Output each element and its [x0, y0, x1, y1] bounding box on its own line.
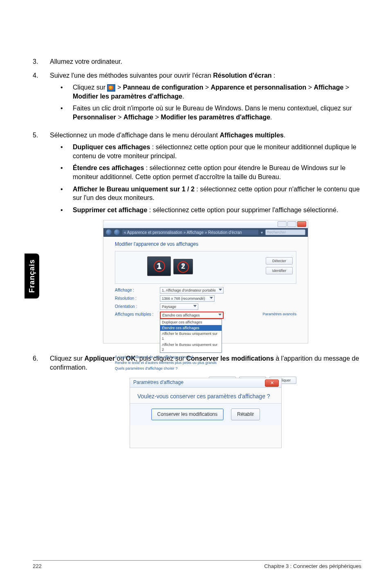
resolution-window-screenshot: « Apparence et personnalisation » Affich…: [103, 220, 308, 343]
dropdown-option[interactable]: Afficher le Bureau uniquement sur 2: [160, 342, 222, 352]
sub-body: Faites un clic droit n'importe où sur le…: [73, 104, 361, 121]
dropdown-option[interactable]: Dupliquer ces affichages: [160, 319, 222, 325]
window-minimize-button[interactable]: [278, 221, 287, 227]
page-footer: 222 Chapitre 3 : Connecter des périphéri…: [33, 560, 361, 569]
select-resolution[interactable]: 1366 x 768 (recommandé): [160, 295, 215, 302]
dialog-title: Paramètres d'affichage: [133, 379, 184, 386]
bullet-icon: •: [61, 83, 73, 101]
select-orientation[interactable]: Paysage: [160, 303, 198, 310]
search-input[interactable]: Rechercher: [265, 229, 305, 235]
step-number: 6.: [33, 354, 50, 453]
select-multiple-displays[interactable]: Étendre ces affichages: [160, 312, 224, 319]
label-display: Affichage :: [115, 287, 160, 293]
step-number: 4.: [33, 71, 50, 126]
step-body: Suivez l'une des méthodes suivantes pour…: [50, 72, 276, 79]
link-readability[interactable]: Rendre le texte et d'autres éléments plu…: [115, 360, 296, 365]
step-number: 3.: [33, 57, 50, 66]
link-which-settings[interactable]: Quels paramètres d'affichage choisir ?: [115, 366, 296, 371]
bullet-icon: •: [61, 206, 73, 215]
step-number: 5.: [33, 131, 50, 350]
select-display[interactable]: 1. Affichage d'ordinateur portable: [160, 287, 224, 294]
sub-body: Étendre ces affichages : sélectionnez ce…: [73, 164, 361, 181]
callout-2: 2: [177, 261, 189, 273]
dialog-message: Voulez-vous conserver ces paramètres d'a…: [130, 388, 281, 404]
chapter-title: Chapitre 3 : Connecter des périphériques: [264, 563, 361, 569]
label-orientation: Orientation :: [115, 304, 160, 310]
page-number: 222: [33, 563, 42, 569]
breadcrumb[interactable]: « Apparence et personnalisation » Affich…: [122, 230, 258, 235]
sub-body: Cliquez sur > Panneau de configuration >…: [73, 83, 361, 101]
dialog-titlebar: Paramètres d'affichage ✕: [130, 378, 281, 388]
detect-button[interactable]: Détecter: [266, 257, 293, 265]
keep-changes-button[interactable]: Conserver les modifications: [151, 408, 224, 420]
windows-start-icon: [107, 84, 115, 92]
dialog-close-button[interactable]: ✕: [265, 379, 279, 387]
sub-body: Afficher le Bureau uniquement sur 1 / 2 …: [73, 185, 361, 202]
window-maximize-button[interactable]: [287, 221, 296, 227]
bullet-icon: •: [61, 185, 73, 202]
monitor-preview: 1 2 1 2 Détecter Identifier: [115, 251, 296, 284]
sub-body: Dupliquer ces affichages : sélectionnez …: [73, 143, 361, 160]
dropdown-option[interactable]: Étendre ces affichages: [160, 325, 222, 331]
callout-1: 1: [154, 260, 165, 272]
forward-button[interactable]: [114, 229, 120, 235]
step-body: Allumez votre ordinateur.: [50, 57, 361, 66]
dropdown-multiple-displays[interactable]: Dupliquer ces affichages Étendre ces aff…: [160, 319, 222, 353]
confirm-dialog-screenshot: Paramètres d'affichage ✕ Voulez-vous con…: [130, 378, 282, 448]
revert-button[interactable]: Rétablir: [231, 408, 260, 420]
sub-body: Supprimer cet affichage : sélectionnez c…: [73, 206, 361, 215]
window-titlebar: [103, 220, 308, 228]
identify-button[interactable]: Identifier: [266, 267, 293, 274]
step-body: Sélectionnez un mode d'affichage dans le…: [50, 132, 285, 139]
dropdown-option[interactable]: Afficher le Bureau uniquement sur 1: [160, 331, 222, 341]
advanced-link[interactable]: Paramètres avancés: [262, 312, 296, 316]
note-text: Il s'agit actuellement de votre affichag…: [115, 355, 296, 359]
bullet-icon: •: [61, 164, 73, 181]
section-title: Modifier l'apparence de vos affichages: [115, 241, 296, 247]
window-close-button[interactable]: [297, 221, 306, 227]
back-button[interactable]: [106, 229, 112, 235]
main-content: 3. Allumez votre ordinateur. 4. Suivez l…: [33, 57, 361, 551]
address-bar: « Apparence et personnalisation » Affich…: [103, 228, 308, 237]
bullet-icon: •: [61, 104, 73, 121]
bullet-icon: •: [61, 143, 73, 160]
label-resolution: Résolution :: [115, 296, 160, 301]
label-multiple: Affichages multiples :: [115, 312, 160, 317]
